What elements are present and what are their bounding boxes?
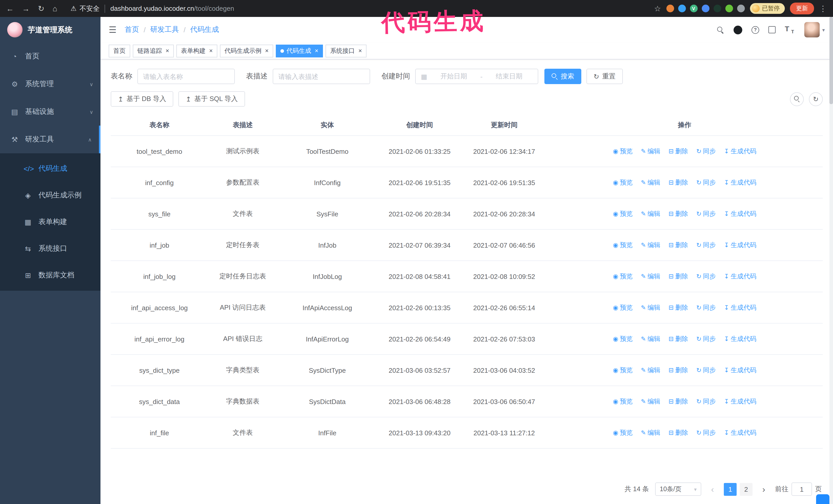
goto-page-input[interactable] (791, 482, 812, 496)
chrome-update-button[interactable]: 更新 (790, 3, 814, 14)
close-icon[interactable]: × (358, 48, 362, 54)
sidebar-item-home[interactable]: ◔首页 (0, 43, 100, 70)
page-scrollbar[interactable] (829, 17, 833, 504)
table-desc-input[interactable] (273, 69, 370, 84)
security-chip[interactable]: ⚠ 不安全 (70, 4, 99, 13)
generate-link[interactable]: ↧生成代码 (724, 335, 756, 343)
drop-extension-icon[interactable] (678, 5, 686, 12)
delete-link[interactable]: ⊟删除 (668, 303, 688, 312)
sync-link[interactable]: ↻同步 (696, 397, 716, 406)
back-icon[interactable]: ← (6, 5, 14, 12)
close-icon[interactable]: × (166, 48, 169, 54)
edit-link[interactable]: ✎编辑 (641, 241, 660, 249)
home-icon[interactable]: ⌂ (52, 5, 57, 12)
tab-trace[interactable]: 链路追踪× (133, 44, 174, 57)
delete-link[interactable]: ⊟删除 (668, 335, 688, 343)
fox-extension-icon[interactable] (666, 5, 674, 12)
leaf-extension-icon[interactable] (725, 5, 733, 12)
page-button-1[interactable]: 1 (724, 483, 737, 496)
delete-link[interactable]: ⊟删除 (668, 178, 688, 187)
chrome-menu-icon[interactable]: ⋮ (819, 5, 827, 12)
edit-link[interactable]: ✎编辑 (641, 272, 660, 281)
sync-link[interactable]: ↻同步 (696, 210, 716, 218)
edit-link[interactable]: ✎编辑 (641, 178, 660, 187)
tab-api[interactable]: 系统接口× (326, 44, 366, 57)
edit-link[interactable]: ✎编辑 (641, 303, 660, 312)
chat-widget-button[interactable] (816, 494, 829, 504)
user-avatar-menu[interactable]: ▾ (804, 22, 825, 38)
edit-link[interactable]: ✎编辑 (641, 210, 660, 218)
sidebar-subitem-db-doc[interactable]: ⊞数据库文档 (0, 262, 100, 289)
delete-link[interactable]: ⊟删除 (668, 366, 688, 375)
generate-link[interactable]: ↧生成代码 (724, 397, 756, 406)
close-icon[interactable]: × (265, 48, 269, 54)
close-icon[interactable]: × (315, 48, 318, 54)
sync-link[interactable]: ↻同步 (696, 428, 716, 437)
breadcrumb-item[interactable]: 研发工具 (150, 25, 179, 34)
preview-link[interactable]: ◉预览 (613, 210, 633, 218)
show-search-toggle-button[interactable] (790, 92, 804, 106)
edit-link[interactable]: ✎编辑 (641, 428, 660, 437)
page-button-2[interactable]: 2 (740, 483, 753, 496)
sync-link[interactable]: ↻同步 (696, 366, 716, 375)
search-icon[interactable] (717, 26, 724, 33)
bookmark-star-icon[interactable]: ☆ (654, 5, 661, 12)
preview-link[interactable]: ◉预览 (613, 397, 633, 406)
sidebar-subitem-codegen-example[interactable]: ◈代码生成示例 (0, 182, 100, 209)
breadcrumb-item[interactable]: 代码生成 (190, 25, 219, 34)
forward-icon[interactable]: → (22, 5, 30, 12)
tab-home[interactable]: 首页 (109, 44, 130, 57)
sidebar-item-infrastructure[interactable]: ▤基础设施∨ (0, 98, 100, 126)
sidebar-subitem-form-builder[interactable]: ▦表单构建 (0, 209, 100, 235)
reset-button[interactable]: ↻ 重置 (587, 69, 623, 84)
next-page-button[interactable]: › (759, 485, 769, 494)
puzzle-extension-icon[interactable] (737, 5, 744, 12)
generate-link[interactable]: ↧生成代码 (724, 241, 756, 249)
dark-extension-icon[interactable] (713, 5, 721, 12)
profile-paused-chip[interactable]: 已暂停 (750, 3, 785, 14)
vue-devtools-extension-icon[interactable]: V (690, 5, 697, 12)
delete-link[interactable]: ⊟删除 (668, 147, 688, 155)
import-sql-button[interactable]: ↥ 基于 SQL 导入 (178, 91, 245, 106)
breadcrumb-item[interactable]: 首页 (125, 25, 139, 34)
sidebar-subitem-codegen[interactable]: </>代码生成 (0, 155, 100, 182)
delete-link[interactable]: ⊟删除 (668, 397, 688, 406)
sidebar-item-devtools[interactable]: ⚒研发工具∧ (0, 126, 100, 153)
delete-link[interactable]: ⊟删除 (668, 241, 688, 249)
preview-link[interactable]: ◉预览 (613, 272, 633, 281)
generate-link[interactable]: ↧生成代码 (724, 178, 756, 187)
table-name-input[interactable] (137, 69, 235, 84)
edit-link[interactable]: ✎编辑 (641, 335, 660, 343)
refresh-table-button[interactable]: ↻ (809, 92, 823, 106)
tab-codegen[interactable]: 代码生成× (276, 44, 323, 57)
sync-link[interactable]: ↻同步 (696, 303, 716, 312)
tab-codegen-example[interactable]: 代码生成示例× (220, 44, 273, 57)
sync-link[interactable]: ↻同步 (696, 272, 716, 281)
preview-link[interactable]: ◉预览 (613, 335, 633, 343)
generate-link[interactable]: ↧生成代码 (724, 272, 756, 281)
sidebar-subitem-api[interactable]: ⇆系统接口 (0, 235, 100, 262)
sync-link[interactable]: ↻同步 (696, 335, 716, 343)
close-icon[interactable]: × (209, 48, 213, 54)
edit-link[interactable]: ✎编辑 (641, 366, 660, 375)
grid-extension-icon[interactable] (701, 5, 709, 12)
delete-link[interactable]: ⊟删除 (668, 272, 688, 281)
preview-link[interactable]: ◉预览 (613, 303, 633, 312)
preview-link[interactable]: ◉预览 (613, 428, 633, 437)
sidebar-toggle-icon[interactable]: ☰ (109, 24, 117, 35)
generate-link[interactable]: ↧生成代码 (724, 210, 756, 218)
help-icon[interactable] (752, 26, 759, 33)
font-size-icon[interactable] (785, 26, 795, 34)
tab-form-builder[interactable]: 表单构建× (176, 44, 217, 57)
generate-link[interactable]: ↧生成代码 (724, 147, 756, 155)
sync-link[interactable]: ↻同步 (696, 241, 716, 249)
github-icon[interactable] (734, 25, 742, 34)
address-bar[interactable]: dashboard.yudao.iocoder.cn/tool/codegen (111, 5, 234, 12)
generate-link[interactable]: ↧生成代码 (724, 428, 756, 437)
refresh-icon[interactable]: ↻ (38, 5, 44, 12)
create-time-range-picker[interactable]: ▦ 开始日期 - 结束日期 (415, 69, 538, 84)
sidebar-item-system[interactable]: ⚙系统管理∨ (0, 70, 100, 98)
import-db-button[interactable]: ↥ 基于 DB 导入 (111, 91, 173, 106)
search-button[interactable]: 搜索 (544, 69, 581, 84)
preview-link[interactable]: ◉预览 (613, 178, 633, 187)
